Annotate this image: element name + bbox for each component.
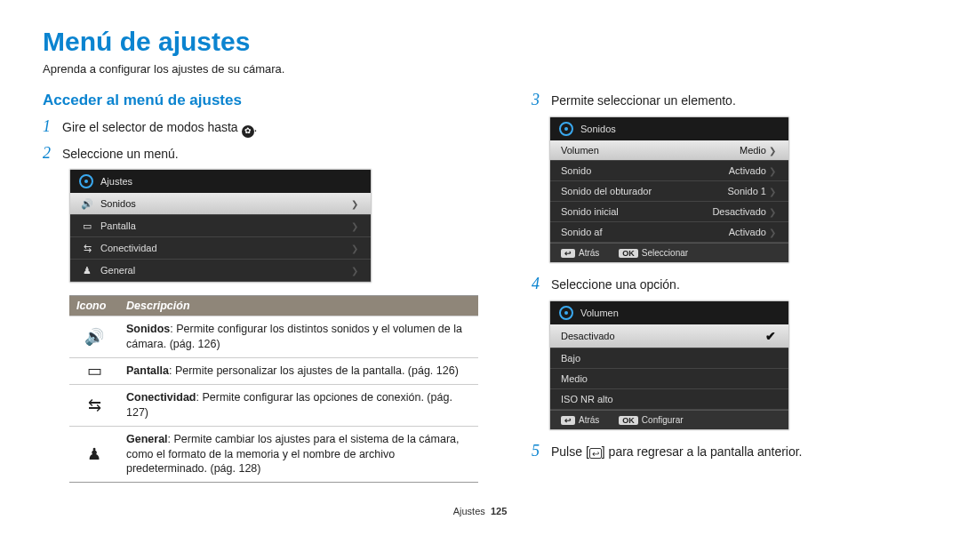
check-icon: ✔ — [765, 329, 776, 343]
chevron-right-icon: ❯ — [769, 228, 776, 237]
step-number: 4 — [532, 276, 544, 293]
section-heading: Acceder al menú de ajustes — [43, 92, 478, 109]
back-hint: ↩Atrás — [561, 248, 599, 258]
sound-icon: 🔊 — [84, 327, 104, 347]
intro-text: Aprenda a configurar los ajustes de su c… — [43, 62, 917, 76]
setting-row-volumen[interactable]: Volumen Medio ❯ — [550, 140, 788, 161]
chevron-right-icon: ❯ — [351, 266, 358, 276]
chevron-right-icon: ❯ — [769, 187, 776, 196]
back-button-icon: ↩ — [561, 416, 575, 425]
mode-dial-settings-icon: ✿ — [242, 125, 254, 138]
chevron-right-icon: ❯ — [351, 199, 358, 209]
page-footer: Ajustes 125 — [43, 506, 917, 516]
menu-item-sonidos[interactable]: 🔊Sonidos ❯ — [70, 193, 371, 215]
chevron-right-icon: ❯ — [769, 146, 776, 156]
chevron-right-icon: ❯ — [769, 207, 776, 217]
step-2-text: Seleccione un menú. — [62, 145, 179, 161]
general-icon: ♟ — [87, 444, 101, 464]
chevron-right-icon: ❯ — [769, 166, 776, 176]
right-column: 3 Permite seleccionar un elemento. Sonid… — [532, 92, 917, 483]
option-row[interactable]: Medio — [550, 369, 788, 389]
menu-item-label: Conectividad — [100, 243, 157, 253]
chevron-right-icon: ❯ — [351, 221, 358, 231]
menu-item-label: Sonidos — [100, 198, 136, 209]
setting-row-inicial[interactable]: Sonido inicial Desactivado ❯ — [550, 202, 788, 222]
step-1-text-post: . — [254, 120, 258, 134]
ok-hint: OKSeleccionar — [619, 248, 688, 258]
icon-description-table: Icono Descripción 🔊 Sonidos: Permite con… — [69, 295, 478, 483]
table-row: ♟ General: Permite cambiar los ajustes p… — [69, 426, 478, 483]
back-hint: ↩Atrás — [561, 415, 599, 425]
screen-icon: ▭ — [81, 220, 93, 232]
menu-item-label: Pantalla — [100, 220, 136, 231]
table-row: 🔊 Sonidos: Permite configurar los distin… — [69, 316, 478, 357]
camera-sounds-panel: Sonidos Volumen Medio ❯ Sonido Activado … — [549, 116, 789, 263]
step-5-text-pre: Pulse [ — [551, 444, 589, 459]
table-header-icono: Icono — [69, 296, 119, 316]
table-row: ⇆ Conectividad: Permite configurar las o… — [69, 384, 478, 426]
step-5: 5 Pulse [↩] para regresar a la pantalla … — [532, 443, 917, 460]
option-row[interactable]: ISO NR alto — [550, 389, 788, 410]
connectivity-icon: ⇆ — [81, 242, 93, 254]
panel-title: Volumen — [580, 308, 619, 318]
page-title: Menú de ajustes — [43, 27, 917, 57]
menu-item-general[interactable]: ♟General ❯ — [70, 260, 371, 282]
step-number: 1 — [43, 118, 55, 136]
table-row: ▭ Pantalla: Permite personalizar los aju… — [69, 357, 478, 384]
general-icon: ♟ — [81, 264, 93, 276]
panel-title: Ajustes — [100, 176, 132, 187]
camera-volume-panel: Volumen Desactivado ✔ Bajo Medio ISO NR … — [549, 300, 789, 430]
menu-item-label: General — [100, 265, 135, 276]
setting-row-sonido[interactable]: Sonido Activado ❯ — [550, 161, 788, 181]
back-button-icon: ↩ — [561, 249, 575, 258]
connectivity-icon: ⇆ — [88, 396, 101, 415]
ok-hint: OKConfigurar — [619, 415, 683, 425]
gauge-icon — [79, 174, 93, 188]
option-row[interactable]: Bajo — [550, 348, 788, 369]
step-4: 4 Seleccione una opción. — [532, 276, 917, 293]
setting-row-af[interactable]: Sonido af Activado ❯ — [550, 222, 788, 243]
menu-item-conectividad[interactable]: ⇆Conectividad ❯ — [70, 237, 371, 260]
step-2: 2 Seleccione un menú. — [43, 145, 478, 163]
step-number: 5 — [532, 443, 544, 460]
ok-button-icon: OK — [619, 416, 638, 425]
step-4-text: Seleccione una opción. — [551, 276, 680, 292]
menu-item-pantalla[interactable]: ▭Pantalla ❯ — [70, 215, 371, 237]
gauge-icon — [559, 122, 573, 136]
return-icon: ↩ — [589, 448, 602, 459]
gauge-icon — [559, 306, 573, 320]
step-1-text-pre: Gire el selector de modos hasta — [62, 120, 242, 134]
camera-menu-panel: Ajustes 🔊Sonidos ❯ ▭Pantalla ❯ ⇆Conectiv… — [69, 169, 372, 283]
option-row[interactable]: Desactivado ✔ — [550, 324, 788, 348]
step-number: 3 — [532, 92, 544, 109]
left-column: Acceder al menú de ajustes 1 Gire el sel… — [43, 92, 478, 483]
step-5-text-post: ] para regresar a la pantalla anterior. — [602, 444, 803, 459]
ok-button-icon: OK — [619, 249, 638, 258]
step-3: 3 Permite seleccionar un elemento. — [532, 92, 917, 109]
step-number: 2 — [43, 145, 55, 163]
chevron-right-icon: ❯ — [351, 244, 358, 253]
sound-icon: 🔊 — [81, 197, 93, 210]
setting-row-obturador[interactable]: Sonido del obturador Sonido 1 ❯ — [550, 181, 788, 202]
table-header-descripcion: Descripción — [119, 296, 478, 316]
step-3-text: Permite seleccionar un elemento. — [551, 92, 736, 108]
screen-icon: ▭ — [87, 361, 102, 380]
step-1: 1 Gire el selector de modos hasta ✿. — [43, 118, 478, 138]
panel-title: Sonidos — [580, 124, 616, 134]
